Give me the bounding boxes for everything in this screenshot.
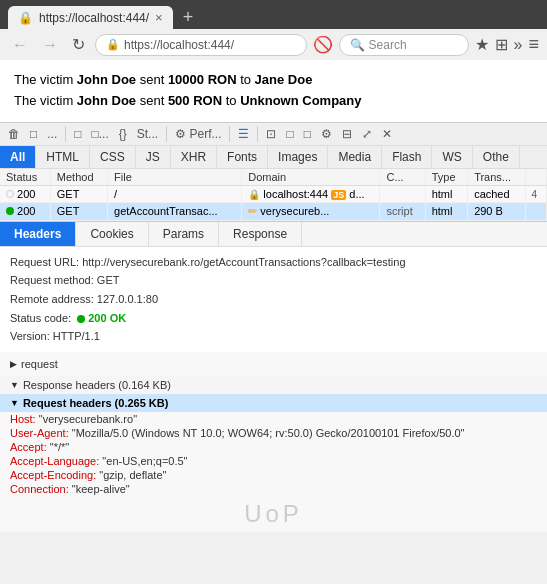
line2-name1: John Doe <box>77 93 136 108</box>
request-method-row: Request method: GET <box>10 271 537 290</box>
request-label: request <box>21 358 58 370</box>
row1-domain: 🔒 localhost:444 JS d... <box>242 185 380 202</box>
detail-tab-cookies[interactable]: Cookies <box>76 222 148 246</box>
watermark: UoP <box>0 496 547 532</box>
response-headers-label: Response headers (0.164 KB) <box>23 379 171 391</box>
menu-icon[interactable]: ≡ <box>528 34 539 55</box>
detail-tab-response[interactable]: Response <box>219 222 302 246</box>
tab-fonts[interactable]: Fonts <box>217 146 268 168</box>
tab-all[interactable]: All <box>0 146 36 168</box>
tab-css[interactable]: CSS <box>90 146 136 168</box>
request-method-label: Request method: <box>10 274 97 286</box>
line2-amount: 500 RON <box>168 93 222 108</box>
tab-flash[interactable]: Flash <box>382 146 432 168</box>
more2-icon[interactable]: □... <box>88 125 113 143</box>
network-table: Status Method File Domain C... Type Tran… <box>0 169 547 221</box>
tab-images[interactable]: Images <box>268 146 328 168</box>
settings-icon[interactable]: ⚙ <box>317 125 336 143</box>
page-icon[interactable]: □ <box>70 125 85 143</box>
remote-address-row: Remote address: 127.0.0.1:80 <box>10 290 537 309</box>
row2-type: html <box>425 202 467 220</box>
tab-title: https://localhost:444/ <box>39 11 149 25</box>
triangle-down-icon: ▼ <box>10 380 19 390</box>
response-headers-section: ▼ Response headers (0.164 KB) <box>0 376 547 394</box>
network-icon[interactable]: ☰ <box>234 125 253 143</box>
new-tab-button[interactable]: + <box>177 7 200 28</box>
triangle-down-icon2: ▼ <box>10 398 19 408</box>
js-badge: JS <box>331 190 346 200</box>
perf-icon[interactable]: ⚙ Perf... <box>171 125 225 143</box>
reader-icon[interactable]: ⊞ <box>495 35 508 54</box>
back-button[interactable]: ← <box>8 34 32 56</box>
details-panel: Headers Cookies Params Response Request … <box>0 221 547 532</box>
version-label: Version: <box>10 330 53 342</box>
responsive-icon[interactable]: ⊡ <box>262 125 280 143</box>
table-row[interactable]: 200 GET / 🔒 localhost:444 JS d... html c… <box>0 185 547 202</box>
url-text: https://localhost:444/ <box>124 38 234 52</box>
header-accept: Accept: "*/*" <box>0 440 547 454</box>
overflow-icon[interactable]: » <box>514 36 523 54</box>
row2-method: GET <box>50 202 107 220</box>
tab-media[interactable]: Media <box>328 146 382 168</box>
status-code-label: Status code: <box>10 312 74 324</box>
row2-c: script <box>380 202 425 220</box>
col-waterfall <box>525 169 546 186</box>
dock-icon[interactable]: ⊟ <box>338 125 356 143</box>
tab-xhr[interactable]: XHR <box>171 146 217 168</box>
stop-recording-icon[interactable]: □ <box>26 125 41 143</box>
tab-js[interactable]: JS <box>136 146 171 168</box>
separator4 <box>257 126 258 142</box>
popout-icon[interactable]: ⤢ <box>358 125 376 143</box>
line1-name1: John Doe <box>77 72 136 87</box>
status-code-value: 200 OK <box>88 312 126 324</box>
separator1 <box>65 126 66 142</box>
line1-prefix: The victim <box>14 72 77 87</box>
url-input[interactable]: 🔒 https://localhost:444/ <box>95 34 307 56</box>
row1-waterfall: 4 <box>525 185 546 202</box>
connection-key: Connection: <box>10 483 72 495</box>
close-tab-button[interactable]: × <box>155 10 163 25</box>
refresh-button[interactable]: ↻ <box>68 33 89 56</box>
response-headers-toggle[interactable]: ▼ Response headers (0.164 KB) <box>0 376 547 394</box>
row2-status: 200 <box>0 202 50 220</box>
col-method: Method <box>50 169 107 186</box>
tab-html[interactable]: HTML <box>36 146 90 168</box>
accept-val: "*/*" <box>50 441 69 453</box>
request-toggle[interactable]: ▶ request <box>10 356 537 372</box>
request-method-value: GET <box>97 274 120 286</box>
table-row[interactable]: 200 GET getAccountTransac... ✏ verysecur… <box>0 202 547 220</box>
line2-prefix: The victim <box>14 93 77 108</box>
active-tab[interactable]: 🔒 https://localhost:444/ × <box>8 6 173 29</box>
search-icon: 🔍 <box>350 38 365 52</box>
request-headers-toggle[interactable]: ▼ Request headers (0.265 KB) <box>0 394 547 412</box>
more-icon[interactable]: ... <box>43 125 61 143</box>
search-input[interactable]: 🔍 Search <box>339 34 469 56</box>
network-filter-tabs: All HTML CSS JS XHR Fonts Images Media F… <box>0 146 547 169</box>
bookmark-icon[interactable]: ★ <box>475 35 489 54</box>
tab-ws[interactable]: WS <box>432 146 472 168</box>
no-script-icon: 🚫 <box>313 35 333 54</box>
request-section: ▶ request <box>0 352 547 376</box>
element-icon[interactable]: □ <box>282 125 297 143</box>
forward-button[interactable]: → <box>38 34 62 56</box>
col-c: C... <box>380 169 425 186</box>
st-icon[interactable]: St... <box>133 125 162 143</box>
remote-address-value: 127.0.0.1:80 <box>97 293 158 305</box>
detail-tab-params[interactable]: Params <box>149 222 219 246</box>
version-value: HTTP/1.1 <box>53 330 100 342</box>
row2-trans: 290 B <box>468 202 525 220</box>
screenshot-icon[interactable]: □ <box>300 125 315 143</box>
accept-language-key: Accept-Language: <box>10 455 102 467</box>
search-placeholder: Search <box>369 38 407 52</box>
tab-other[interactable]: Othe <box>473 146 520 168</box>
close-devtools-icon[interactable]: ✕ <box>378 125 396 143</box>
code-icon[interactable]: {} <box>115 125 131 143</box>
version-row: Version: HTTP/1.1 <box>10 327 537 346</box>
request-url-row: Request URL: http://verysecurebank.ro/ge… <box>10 253 537 272</box>
trash-icon[interactable]: 🗑 <box>4 125 24 143</box>
line1-amount: 10000 RON <box>168 72 237 87</box>
host-key: Host: <box>10 413 39 425</box>
tab-favicon: 🔒 <box>18 11 33 25</box>
detail-tab-headers[interactable]: Headers <box>0 222 76 246</box>
header-accept-encoding: Accept-Encoding: "gzip, deflate" <box>0 468 547 482</box>
